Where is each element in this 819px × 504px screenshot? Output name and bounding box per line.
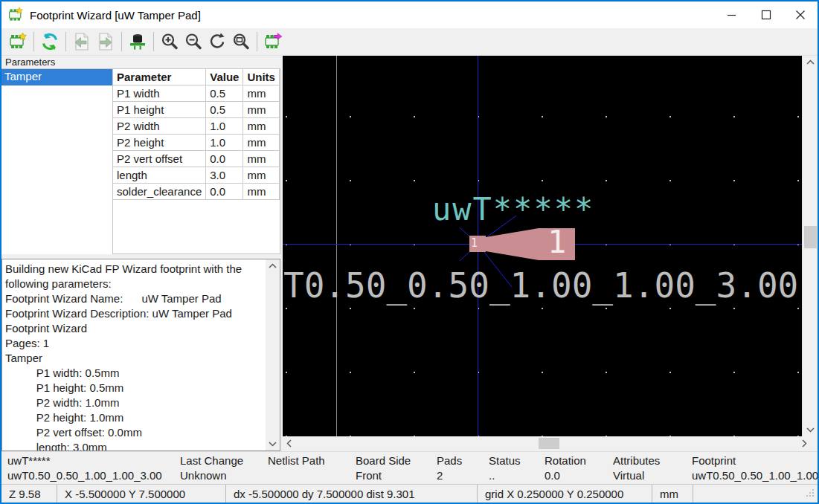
status-field-footprint: Footprint uwT0.50_0.50_1.00_1.00_3.00 — [686, 454, 818, 484]
message-line: Pages: 1 — [5, 336, 266, 351]
wizard-page-list[interactable]: Tamper — [1, 68, 113, 254]
status-label: Status — [489, 454, 539, 469]
grid-size-cell: grid X 0.250000 Y 0.250000 — [478, 485, 652, 503]
toolbar-separator — [257, 32, 257, 51]
status-label: Footprint — [692, 454, 818, 469]
param-value[interactable]: 1.0 — [206, 118, 243, 135]
parameter-table: Parameter Value Units P1 width 0.5 mm P1… — [113, 68, 280, 254]
status-value: .. — [489, 469, 539, 484]
previous-page-button[interactable] — [70, 30, 94, 53]
col-header-parameter: Parameter — [113, 69, 206, 85]
close-button[interactable] — [783, 1, 818, 28]
status-field-last-change: Last Change Unknown — [174, 454, 262, 484]
param-units: mm — [243, 135, 280, 151]
maximize-icon — [761, 10, 771, 20]
status-field-board-side: Board Side Front — [350, 454, 431, 484]
toolbar-separator — [153, 32, 154, 51]
canvas-column: uwT***** T0.50_0.50_1.00_1.00_3.00 1 1 — [280, 56, 818, 451]
param-value[interactable]: 0.5 — [206, 102, 243, 118]
canvas-vertical-scrollbar[interactable] — [802, 56, 818, 436]
status-label: Netlist Path — [268, 454, 350, 469]
zoom-in-button[interactable] — [158, 30, 182, 53]
horizontal-scroll-thumb[interactable] — [539, 438, 559, 449]
maximize-button[interactable] — [749, 1, 783, 28]
status-field-status: Status .. — [483, 454, 539, 484]
page-list-item-tamper[interactable]: Tamper — [1, 69, 112, 85]
status-value: 0.0 — [545, 469, 607, 484]
table-row: length 3.0 mm — [113, 167, 279, 184]
footprint-info-bar: uwT***** uwT0.50_0.50_1.00_1.00_3.00 Las… — [1, 451, 818, 484]
status-value: 2 — [437, 469, 483, 484]
footprint-preview-canvas[interactable]: uwT***** T0.50_0.50_1.00_1.00_3.00 1 1 — [283, 56, 802, 436]
param-value[interactable]: 3.0 — [206, 167, 243, 184]
units-cell: mm — [652, 485, 693, 503]
message-line: P2 height: 1.0mm — [5, 410, 266, 425]
status-value: Virtual — [613, 469, 686, 484]
export-footprint-icon — [263, 32, 283, 51]
scroll-down-icon[interactable] — [266, 438, 280, 450]
scroll-right-icon[interactable] — [798, 436, 811, 450]
status-value: uwT***** — [7, 454, 174, 469]
resize-grip-icon[interactable] — [806, 489, 815, 498]
message-line: Building new KiCad FP Wizard footprint w… — [5, 262, 266, 277]
empty-cell — [693, 485, 818, 503]
toolbar-separator — [33, 32, 34, 51]
message-scrollbar[interactable] — [266, 259, 280, 450]
zoom-level-cell: Z 9.58 — [1, 485, 57, 503]
param-units: mm — [243, 184, 280, 200]
toolbar — [1, 28, 818, 56]
param-name: P2 height — [113, 135, 206, 151]
message-line: P1 height: 0.5mm — [5, 381, 266, 395]
silkscreen-reference-text: uwT***** — [432, 191, 594, 227]
vertical-scroll-thumb[interactable] — [804, 226, 817, 248]
coordinate-bar: Z 9.58 X -5.500000 Y 7.500000 dx -5.5000… — [1, 484, 818, 503]
message-line: P1 width: 0.5mm — [5, 366, 266, 381]
status-value: uwT0.50_0.50_1.00_1.00_3.00 — [692, 469, 818, 484]
status-field-netlist-path: Netlist Path — [262, 454, 350, 484]
status-field-reference: uwT***** uwT0.50_0.50_1.00_1.00_3.00 — [1, 454, 174, 484]
footprint-wizard-icon — [8, 32, 28, 51]
param-value[interactable]: 1.0 — [206, 135, 243, 151]
message-line: Footprint Wizard Description: uW Tamper … — [5, 306, 266, 321]
minimize-icon — [727, 10, 737, 20]
previous-page-icon — [72, 32, 91, 51]
param-name: P2 vert offset — [113, 151, 206, 167]
status-field-rotation: Rotation 0.0 — [539, 454, 607, 484]
footprint-value-text: T0.50_0.50_1.00_1.00_3.00 — [283, 265, 798, 306]
message-line: Tamper — [5, 351, 266, 366]
export-footprint-button[interactable] — [261, 30, 285, 53]
zoom-out-button[interactable] — [182, 30, 205, 53]
message-line: length: 3.0mm — [5, 440, 266, 450]
scroll-down-icon[interactable] — [803, 424, 818, 436]
scroll-left-icon[interactable] — [283, 436, 295, 450]
message-line: P2 vert offset: 0.0mm — [5, 425, 266, 440]
left-panel: Parameters Tamper Parameter Value Units — [1, 56, 280, 451]
message-line: Footprint Wizard — [5, 321, 266, 336]
update-preview-button[interactable] — [38, 30, 62, 53]
param-value[interactable]: 0.0 — [206, 184, 243, 200]
status-value: Unknown — [180, 469, 262, 484]
col-header-units: Units — [243, 69, 280, 85]
param-name: P1 width — [113, 85, 206, 102]
message-line: following parameters: — [5, 277, 266, 291]
scroll-up-icon[interactable] — [266, 259, 280, 272]
pad-number-large: 1 — [547, 224, 566, 260]
select-wizard-button[interactable] — [6, 30, 30, 53]
canvas-horizontal-scrollbar[interactable] — [283, 436, 811, 450]
param-value[interactable]: 0.5 — [206, 85, 243, 102]
window-title: Footprint Wizard [uW Tamper Pad] — [30, 9, 715, 22]
status-label: Attributes — [613, 454, 686, 469]
zoom-fit-button[interactable] — [229, 30, 253, 53]
main-area: Parameters Tamper Parameter Value Units — [1, 56, 818, 451]
next-page-button[interactable] — [94, 30, 118, 53]
param-value[interactable]: 0.0 — [206, 151, 243, 167]
close-icon — [795, 10, 806, 20]
minimize-button[interactable] — [715, 1, 749, 28]
table-row: P2 vert offset 0.0 mm — [113, 151, 279, 167]
status-label: Board Side — [356, 454, 431, 469]
col-header-value: Value — [206, 69, 243, 85]
scroll-up-icon[interactable] — [803, 56, 818, 68]
table-row: solder_clearance 0.0 mm — [113, 184, 279, 200]
pad-settings-button[interactable] — [126, 30, 150, 53]
redraw-button[interactable] — [205, 30, 229, 53]
